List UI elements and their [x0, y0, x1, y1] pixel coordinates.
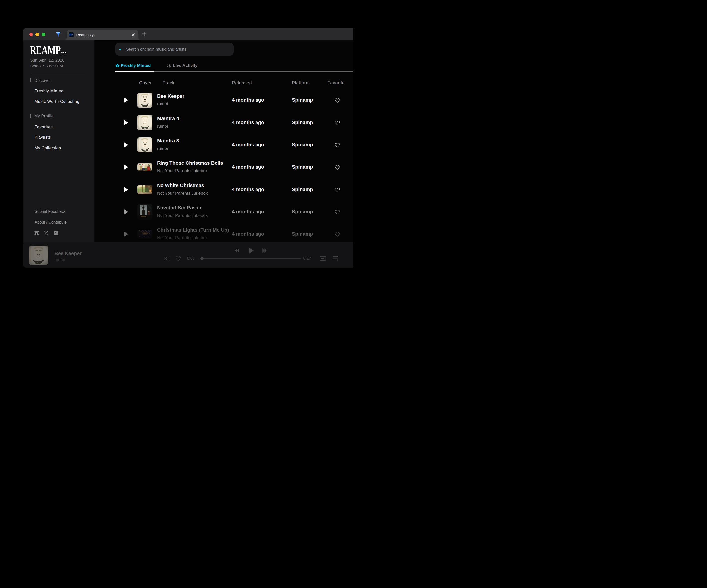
svg-text:R: R	[69, 33, 72, 37]
